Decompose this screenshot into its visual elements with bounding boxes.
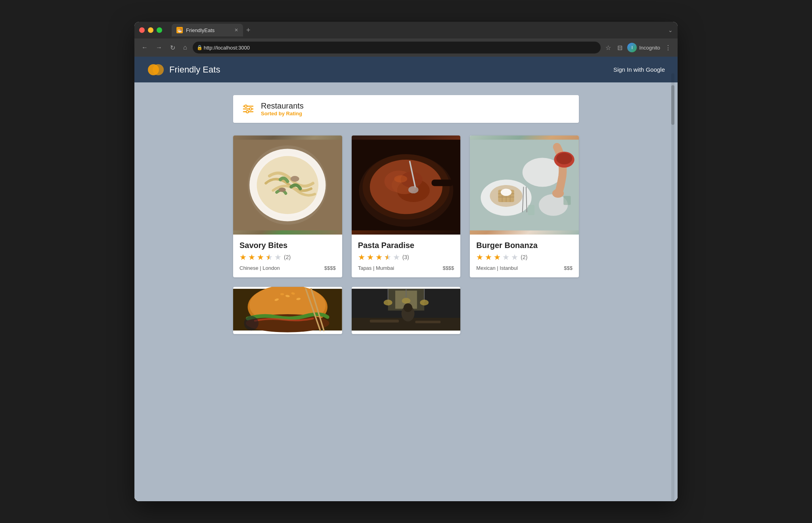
svg-rect-22 (431, 179, 453, 186)
star-4: ★ (502, 252, 509, 262)
star-4: ★★ (384, 252, 391, 262)
app-header: Friendly Eats Sign In with Google (134, 57, 678, 82)
restaurant-name: Savory Bites (239, 241, 336, 250)
tab-favicon: 🍜 (176, 27, 183, 33)
svg-rect-41 (564, 196, 571, 205)
maximize-button[interactable] (157, 27, 162, 33)
svg-point-12 (278, 187, 285, 192)
restaurant-meta: Tapas | Mumbai $$$$ (358, 265, 454, 271)
star-3: ★ (375, 252, 383, 262)
star-3: ★ (257, 252, 264, 262)
filter-icon[interactable] (241, 103, 255, 115)
browser-titlebar: 🍜 FriendlyEats ✕ + ⌄ (134, 22, 678, 38)
address-bar-wrap: 🔒 (193, 42, 601, 53)
toolbar-right: ☆ ⊟ I Incognito ⋮ (604, 42, 673, 53)
svg-point-21 (394, 175, 407, 182)
svg-point-5 (249, 108, 252, 110)
review-count: (2) (521, 254, 527, 260)
close-button[interactable] (139, 27, 145, 33)
back-button[interactable]: ← (139, 42, 150, 53)
app-logo: Friendly Eats (147, 61, 220, 78)
svg-point-3 (245, 105, 247, 107)
app-title: Friendly Eats (169, 65, 220, 75)
star-4: ★★ (266, 252, 273, 262)
filter-svg (243, 105, 254, 113)
cuisine-location: Mexican | Istanbul (476, 265, 518, 271)
avatar: I (627, 43, 637, 52)
svg-point-36 (501, 189, 511, 196)
star-2: ★ (485, 252, 492, 262)
star-2: ★ (367, 252, 374, 262)
section-title: Restaurants (261, 101, 304, 111)
cuisine-location: Chinese | London (239, 265, 280, 271)
home-button[interactable]: ⌂ (181, 42, 190, 53)
food-image-svg-2 (352, 136, 461, 235)
restaurant-name: Pasta Paradise (358, 241, 454, 250)
menu-button[interactable]: ⋮ (663, 42, 673, 53)
profile-area[interactable]: I Incognito (627, 43, 660, 52)
cuisine-location: Tapas | Mumbai (358, 265, 395, 271)
svg-point-50 (280, 293, 284, 295)
star-1: ★ (476, 252, 483, 262)
star-5: ★ (393, 252, 400, 262)
window-controls-chevron[interactable]: ⌄ (668, 27, 673, 33)
restaurant-card-info: Savory Bites ★ ★ ★ ★★ ★ (2) (233, 235, 342, 277)
star-2: ★ (248, 252, 255, 262)
review-count: (3) (402, 254, 409, 260)
app-body: Restaurants Sorted by Rating (134, 82, 678, 501)
traffic-lights (139, 27, 162, 33)
content-container: Restaurants Sorted by Rating (224, 95, 588, 334)
svg-rect-71 (352, 289, 461, 330)
sort-label: Sorted by Rating (261, 111, 304, 116)
partial-food-image-1 (233, 287, 342, 332)
svg-point-10 (257, 156, 319, 214)
lock-icon: 🔒 (197, 45, 203, 50)
stars-row: ★ ★ ★ ★ ★ (2) (476, 252, 573, 262)
price: $$$ (564, 265, 573, 271)
minimize-button[interactable] (148, 27, 153, 33)
tab-title: FriendlyEats (186, 27, 231, 33)
refresh-button[interactable]: ↻ (168, 42, 178, 53)
svg-point-55 (244, 316, 259, 331)
restaurant-card[interactable]: Savory Bites ★ ★ ★ ★★ ★ (2) (233, 136, 342, 277)
star-5: ★ (274, 252, 282, 262)
partial-card[interactable] (352, 287, 461, 334)
price: $$$$ (324, 265, 336, 271)
sign-in-button[interactable]: Sign In with Google (613, 66, 665, 73)
stars-row: ★ ★ ★ ★★ ★ (2) (239, 252, 336, 262)
active-tab[interactable]: 🍜 FriendlyEats ✕ (172, 24, 243, 36)
tab-close-button[interactable]: ✕ (234, 27, 238, 33)
split-view-button[interactable]: ⊟ (616, 42, 624, 53)
empty-slot (470, 287, 579, 334)
svg-point-37 (552, 189, 564, 198)
address-input[interactable] (193, 42, 601, 53)
star-5: ★ (511, 252, 518, 262)
app-content: Friendly Eats Sign In with Google (134, 57, 678, 501)
svg-point-7 (246, 111, 249, 113)
scrollbar-track[interactable] (671, 73, 674, 501)
svg-point-11 (291, 176, 299, 182)
restaurant-card-info: Pasta Paradise ★ ★ ★ ★★ ★ (3) (352, 235, 461, 277)
restaurants-header: Restaurants Sorted by Rating (233, 95, 579, 123)
svg-point-9 (249, 149, 326, 221)
restaurant-meta: Mexican | Istanbul $$$ (476, 265, 573, 271)
svg-point-23 (408, 186, 418, 193)
star-1: ★ (358, 252, 365, 262)
restaurants-header-text: Restaurants Sorted by Rating (261, 101, 304, 116)
partial-food-image-2 (352, 287, 461, 332)
logo-icon (147, 61, 165, 78)
forward-button[interactable]: → (153, 42, 165, 53)
partial-card[interactable] (233, 287, 342, 334)
stars-row: ★ ★ ★ ★★ ★ (3) (358, 252, 454, 262)
restaurant-card[interactable]: Pasta Paradise ★ ★ ★ ★★ ★ (3) (352, 136, 461, 277)
restaurant-name: Burger Bonanza (476, 241, 573, 250)
new-tab-button[interactable]: + (243, 26, 254, 34)
svg-rect-40 (528, 205, 534, 215)
scrollbar-thumb[interactable] (671, 85, 674, 125)
restaurant-card-info: Burger Bonanza ★ ★ ★ ★ ★ (2) (470, 235, 579, 277)
restaurant-image (470, 136, 579, 235)
bottom-cards-row (233, 287, 579, 334)
restaurant-card[interactable]: Burger Bonanza ★ ★ ★ ★ ★ (2) (470, 136, 579, 277)
bookmark-button[interactable]: ☆ (604, 42, 613, 53)
browser-toolbar: ← → ↻ ⌂ 🔒 ☆ ⊟ I Incognito ⋮ (134, 38, 678, 57)
